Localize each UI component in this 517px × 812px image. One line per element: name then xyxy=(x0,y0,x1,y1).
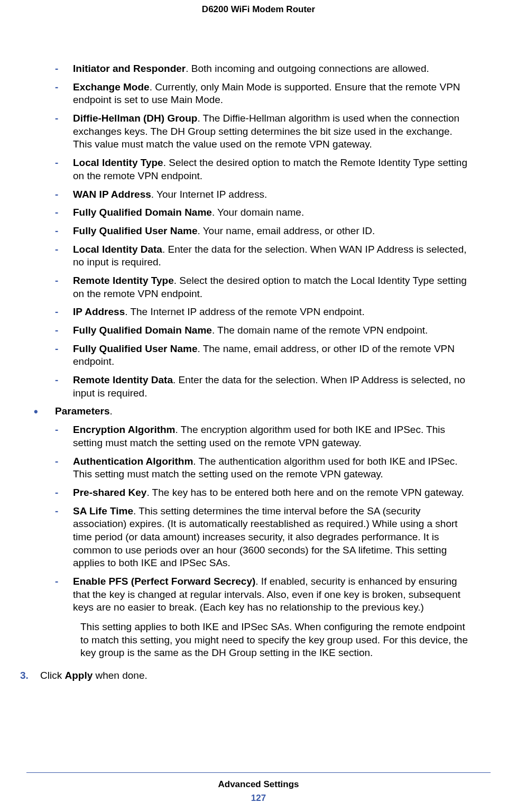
item-text: Authentication Algorithm. The authentica… xyxy=(73,455,469,481)
dash-bullet: - xyxy=(55,112,73,151)
dash-bullet: - xyxy=(55,225,73,238)
footer-rule xyxy=(26,772,491,773)
item-text: Remote Identity Type. Select the desired… xyxy=(73,274,469,300)
list-item: -Fully Qualified Domain Name. The domain… xyxy=(55,324,469,337)
item-text: Remote Identity Data. Enter the data for… xyxy=(73,374,469,400)
dash-bullet: - xyxy=(55,486,73,500)
item-text: Local Identity Type. Select the desired … xyxy=(73,156,469,182)
list-item: -Fully Qualified User Name. Your name, e… xyxy=(55,225,469,238)
item-text: Pre-shared Key. The key has to be entere… xyxy=(73,486,469,500)
section-label: Parameters. xyxy=(55,405,469,418)
document-page: D6200 WiFi Modem Router -Initiator and R… xyxy=(0,0,517,812)
item-text: Fully Qualified Domain Name. The domain … xyxy=(73,324,469,337)
item-text: Local Identity Data. Enter the data for … xyxy=(73,243,469,269)
footer-page-number: 127 xyxy=(0,793,517,804)
item-text: Fully Qualified User Name. Your name, em… xyxy=(73,225,469,238)
step-text: Click Apply when done. xyxy=(40,669,469,682)
list-item: -Enable PFS (Perfect Forward Secrecy). I… xyxy=(55,575,469,614)
list-item: -Remote Identity Type. Select the desire… xyxy=(55,274,469,300)
list-item: -Fully Qualified User Name. The name, em… xyxy=(55,343,469,368)
dash-bullet: - xyxy=(55,188,73,201)
note-paragraph: This setting applies to both IKE and IPS… xyxy=(55,621,469,660)
sub-list-2: -Encryption Algorithm. The encryption al… xyxy=(48,423,469,660)
item-text: Enable PFS (Perfect Forward Secrecy). If… xyxy=(73,575,469,614)
list-item: -Fully Qualified Domain Name. Your domai… xyxy=(55,206,469,219)
bullet-icon: • xyxy=(34,405,55,418)
list-item: -WAN IP Address. Your Internet IP addres… xyxy=(55,188,469,201)
item-text: Diffie-Hellman (DH) Group. The Diffie-He… xyxy=(73,112,469,151)
step-3: 3. Click Apply when done. xyxy=(20,669,469,682)
dash-bullet: - xyxy=(55,81,73,107)
list-item: -Authentication Algorithm. The authentic… xyxy=(55,455,469,481)
list-item: -Local Identity Type. Select the desired… xyxy=(55,156,469,182)
dash-bullet: - xyxy=(55,62,73,76)
list-item: -Diffie-Hellman (DH) Group. The Diffie-H… xyxy=(55,112,469,151)
dash-bullet: - xyxy=(55,343,73,368)
item-text: Initiator and Responder. Both incoming a… xyxy=(73,62,469,76)
sub-list-1: -Initiator and Responder. Both incoming … xyxy=(48,62,469,400)
list-item: -IP Address. The Internet IP address of … xyxy=(55,306,469,319)
dash-bullet: - xyxy=(55,575,73,614)
dash-bullet: - xyxy=(55,156,73,182)
item-text: Exchange Mode. Currently, only Main Mode… xyxy=(73,81,469,107)
list-item: -SA Life Time. This setting determines t… xyxy=(55,505,469,570)
dash-bullet: - xyxy=(55,455,73,481)
item-text: SA Life Time. This setting determines th… xyxy=(73,505,469,570)
dash-bullet: - xyxy=(55,206,73,219)
page-footer: Advanced Settings 127 xyxy=(0,772,517,804)
dash-bullet: - xyxy=(55,423,73,449)
item-text: WAN IP Address. Your Internet IP address… xyxy=(73,188,469,201)
section-heading: • Parameters. xyxy=(34,405,469,418)
list-item: -Initiator and Responder. Both incoming … xyxy=(55,62,469,76)
page-content: -Initiator and Responder. Both incoming … xyxy=(48,15,469,682)
dash-bullet: - xyxy=(55,505,73,570)
item-text: Encryption Algorithm. The encryption alg… xyxy=(73,423,469,449)
dash-bullet: - xyxy=(55,374,73,400)
list-item: -Encryption Algorithm. The encryption al… xyxy=(55,423,469,449)
step-number: 3. xyxy=(20,669,40,682)
dash-bullet: - xyxy=(55,243,73,269)
list-item: -Pre-shared Key. The key has to be enter… xyxy=(55,486,469,500)
item-text: Fully Qualified Domain Name. Your domain… xyxy=(73,206,469,219)
item-text: Fully Qualified User Name. The name, ema… xyxy=(73,343,469,368)
list-item: -Exchange Mode. Currently, only Main Mod… xyxy=(55,81,469,107)
list-item: -Local Identity Data. Enter the data for… xyxy=(55,243,469,269)
dash-bullet: - xyxy=(55,274,73,300)
item-text: IP Address. The Internet IP address of t… xyxy=(73,306,469,319)
page-header: D6200 WiFi Modem Router xyxy=(48,0,469,15)
dash-bullet: - xyxy=(55,324,73,337)
dash-bullet: - xyxy=(55,306,73,319)
list-item: -Remote Identity Data. Enter the data fo… xyxy=(55,374,469,400)
footer-title: Advanced Settings xyxy=(0,779,517,790)
